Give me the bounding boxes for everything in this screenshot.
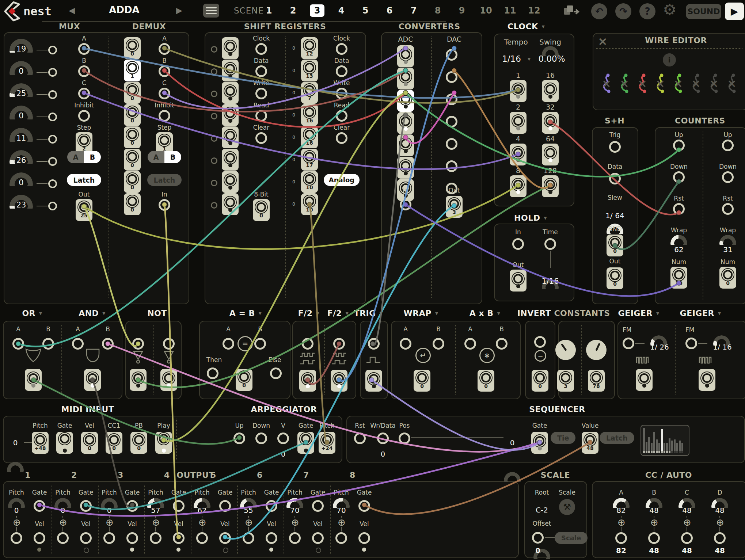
constant2-knob[interactable] <box>586 340 607 360</box>
sr-register-jack[interactable] <box>222 126 239 148</box>
module-header[interactable]: A = B▾ <box>229 309 262 318</box>
menu-icon[interactable] <box>203 4 219 18</box>
axb-a-jack[interactable] <box>464 338 476 350</box>
sr1-8bit-jack[interactable]: 0 <box>253 199 270 221</box>
arp-jack[interactable] <box>233 433 245 444</box>
geiger-fm-jack[interactable] <box>685 338 697 349</box>
patch-next-button[interactable]: ▶ <box>176 6 182 15</box>
counter-down-jack[interactable] <box>673 171 685 183</box>
section-header[interactable]: SHIFT REGISTERS▾ <box>244 22 326 31</box>
arp-jack[interactable] <box>255 433 267 444</box>
output-pitch-cv-jack[interactable] <box>196 532 208 544</box>
output-gate-jack[interactable] <box>126 500 138 512</box>
constant1-out-jack[interactable]: 3 <box>557 370 574 392</box>
aeqb-then-jack[interactable] <box>207 367 218 379</box>
f2b-out-jack[interactable] <box>331 370 347 392</box>
clock-div-jack[interactable] <box>542 144 559 165</box>
clock-div-jack[interactable] <box>510 144 527 165</box>
output-pitch-cv-jack[interactable] <box>103 532 115 544</box>
output-gate-jack[interactable] <box>312 500 324 512</box>
cc-jack[interactable] <box>681 532 693 544</box>
counter-up-jack[interactable] <box>722 140 734 151</box>
wire-color-icon[interactable]: × <box>654 73 666 94</box>
module-header[interactable]: TRIG▾ <box>354 309 383 318</box>
seq-gate-jack[interactable] <box>531 432 548 454</box>
module-header[interactable]: GEIGER▾ <box>618 309 660 318</box>
sh-data-jack[interactable] <box>609 173 621 184</box>
sr2-write-jack[interactable] <box>336 88 347 99</box>
seq-step-bar[interactable] <box>653 428 655 453</box>
sr2-read-jack[interactable] <box>336 110 347 122</box>
hold-header[interactable]: HOLD▾ <box>514 213 547 222</box>
seq-step-bar[interactable] <box>681 428 683 453</box>
seq-step-bar[interactable] <box>658 428 660 453</box>
cc-jack[interactable] <box>615 532 627 544</box>
wire-color-icon[interactable]: × <box>690 73 702 94</box>
demux-output-jack[interactable]: 0 <box>124 104 141 126</box>
output-gate-jack[interactable] <box>173 500 185 512</box>
seq-step-bar[interactable] <box>664 428 665 453</box>
clock-div-jack[interactable] <box>510 175 527 197</box>
clock-div-jack[interactable] <box>542 80 559 102</box>
dac-jack[interactable] <box>446 49 457 61</box>
counter-wrap-knob[interactable] <box>670 235 687 245</box>
sh-trig-jack[interactable] <box>609 141 621 153</box>
wire-color-icon[interactable]: × <box>672 73 684 94</box>
sr-register-jack[interactable] <box>222 149 239 171</box>
mux-ab-toggle[interactable]: AB <box>67 151 101 163</box>
scene-number[interactable]: 5 <box>358 4 373 17</box>
output-vel-jack[interactable] <box>266 532 277 544</box>
wrap-a-jack[interactable] <box>400 338 411 350</box>
seq-step-bar[interactable] <box>666 428 668 453</box>
demux-c-jack[interactable] <box>159 88 170 99</box>
patch-prev-button[interactable]: ◀ <box>69 6 75 15</box>
knob-port-jack[interactable] <box>48 135 57 144</box>
wire-color-icon[interactable]: × <box>726 73 738 94</box>
wire-color-icon[interactable]: × <box>619 73 630 94</box>
seq-step-bar[interactable] <box>669 428 670 453</box>
sr-register-jack[interactable]: 12 <box>301 37 318 59</box>
mux-b-jack[interactable] <box>78 65 90 77</box>
output-gate-jack[interactable] <box>219 500 231 512</box>
demux-ab-toggle[interactable]: AB <box>148 151 181 163</box>
module-header[interactable]: A x B▾ <box>470 309 500 318</box>
sr-register-jack[interactable] <box>222 82 239 104</box>
section-header[interactable]: MUX▾ <box>59 22 80 31</box>
module-header[interactable]: F/2▾ <box>327 309 349 318</box>
module-header[interactable]: INVERT▾ <box>517 309 551 318</box>
scale-mode-button[interactable]: Scale <box>555 532 588 544</box>
seq-latch-button[interactable]: Latch <box>600 432 634 444</box>
not2-in-jack[interactable] <box>163 338 175 350</box>
seq-pos-knob[interactable] <box>504 472 521 482</box>
clock-div-jack[interactable] <box>510 112 527 134</box>
knob-port-jack[interactable] <box>48 46 57 54</box>
adc-jack[interactable] <box>397 45 414 67</box>
and-a-jack[interactable] <box>72 338 84 350</box>
info-icon[interactable]: i <box>663 53 676 66</box>
midi-jack[interactable]: 0 <box>81 432 98 454</box>
output-vel-jack[interactable] <box>173 532 185 544</box>
seq-jack[interactable] <box>399 433 410 444</box>
tempo-value[interactable]: 1/16 <box>502 54 521 64</box>
seq-step-display[interactable] <box>641 425 689 456</box>
hold-in-jack[interactable] <box>512 238 524 250</box>
seq-step-bar[interactable] <box>661 428 663 453</box>
output-vel-jack[interactable] <box>219 532 231 544</box>
not1-in-jack[interactable] <box>132 338 144 350</box>
scene-number[interactable]: 4 <box>334 4 349 17</box>
dac-jack[interactable] <box>446 116 457 127</box>
seq-step-bar[interactable] <box>676 428 678 453</box>
output-pitch-cv-jack[interactable] <box>335 532 347 544</box>
output-vel-jack[interactable] <box>358 532 370 544</box>
or-a-jack[interactable] <box>12 338 24 350</box>
sr-register-jack[interactable]: 17 <box>301 149 318 171</box>
demux-output-jack[interactable]: 0 <box>124 193 141 215</box>
adc-jack[interactable] <box>397 134 414 156</box>
patch-name[interactable]: ADDA <box>109 4 139 15</box>
sr-register-jack[interactable]: 16 <box>301 126 318 148</box>
axb-b-jack[interactable] <box>496 338 508 350</box>
seq-jack[interactable] <box>354 433 366 444</box>
f2b-in-jack[interactable] <box>333 338 345 350</box>
aeqb-else-jack[interactable] <box>270 367 282 379</box>
sr-register-jack[interactable] <box>222 171 239 193</box>
